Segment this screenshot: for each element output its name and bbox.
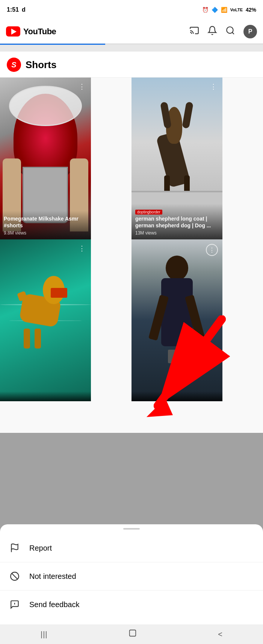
shorts-grid: ⋮ Pomegranate Milkshake Asmr #shorts 9.8… [0, 78, 263, 401]
status-time: 1:51 [7, 6, 19, 13]
battery-icon: 42% [246, 7, 256, 13]
recent-apps-btn[interactable]: ||| [41, 630, 48, 639]
sheet-divider-2 [0, 590, 263, 591]
youtube-wordmark: YouTube [23, 27, 56, 37]
sheet-item-send-feedback[interactable]: Send feedback [0, 592, 263, 617]
video-title-pomegranate: Pomegranate Milkshake Asmr #shorts [4, 215, 87, 229]
video-cell-shepherd[interactable]: ⋮ doptingborder german shepherd long coa… [132, 78, 222, 239]
shorts-header: S Shorts [0, 52, 263, 78]
video-more-menu-shepherd[interactable]: ⋮ [208, 81, 219, 92]
youtube-logo: YouTube [6, 26, 56, 37]
video-info-pomegranate: Pomegranate Milkshake Asmr #shorts 9.8M … [0, 211, 91, 239]
bottom-nav: ||| < [0, 624, 263, 644]
svg-line-2 [232, 32, 234, 34]
back-btn[interactable]: < [218, 630, 222, 639]
spacer [0, 45, 263, 52]
avatar[interactable]: P [243, 25, 257, 38]
bluetooth-icon: 🔷 [212, 7, 218, 13]
report-label: Report [29, 544, 52, 553]
home-btn[interactable] [128, 629, 137, 639]
shorts-logo-icon: S [7, 58, 21, 72]
status-indicator: d [22, 6, 26, 13]
svg-line-7 [12, 573, 17, 579]
bottom-sheet: Report Not interested Send feedback [0, 524, 263, 624]
top-nav: YouTube P [0, 20, 263, 44]
video-title-shepherd: german shepherd long coat | german sheph… [135, 215, 219, 229]
flag-icon [9, 542, 20, 554]
status-icons: ⏰ 🔷 📶 VoLTE 42% [202, 7, 256, 13]
video-cell-pomegranate[interactable]: ⋮ Pomegranate Milkshake Asmr #shorts 9.8… [0, 78, 91, 239]
svg-point-1 [227, 27, 233, 33]
not-interested-icon [9, 571, 20, 582]
search-icon[interactable] [225, 26, 235, 38]
cast-icon[interactable] [189, 26, 199, 38]
nav-icons: P [189, 25, 257, 38]
sheet-handle [123, 528, 140, 530]
video-views-pomegranate: 9.8M views [4, 230, 87, 236]
sheet-item-report[interactable]: Report [0, 536, 263, 560]
alarm-icon: ⏰ [202, 7, 209, 13]
youtube-icon [6, 26, 20, 37]
video-cell-swimming-dog[interactable]: ⋮ [0, 239, 91, 401]
not-interested-label: Not interested [29, 572, 76, 581]
video-cell-person[interactable]: ⋮ [132, 239, 222, 401]
video-info-swimming-dog [0, 391, 91, 401]
notification-icon[interactable] [207, 26, 217, 38]
feedback-icon [9, 599, 20, 610]
video-more-menu-swimming-dog[interactable]: ⋮ [77, 243, 87, 254]
video-views-shepherd: 13M views [135, 230, 219, 236]
wifi-icon: 📶 [221, 7, 227, 13]
send-feedback-label: Send feedback [29, 600, 79, 609]
loading-bar [0, 44, 263, 45]
video-more-menu-pomegranate[interactable]: ⋮ [77, 81, 87, 92]
video-info-shepherd: doptingborder german shepherd long coat … [132, 204, 222, 239]
video-info-person [132, 391, 222, 401]
play-triangle [11, 29, 17, 35]
status-bar: 1:51 d ⏰ 🔷 📶 VoLTE 42% [0, 0, 263, 20]
video-more-menu-person[interactable]: ⋮ [206, 244, 218, 256]
sheet-divider-1 [0, 562, 263, 562]
video-thumbnail-person [132, 239, 222, 401]
video-thumbnail-swimming-dog [0, 239, 91, 401]
sheet-item-not-interested[interactable]: Not interested [0, 564, 263, 589]
signal-icon: VoLTE [230, 8, 243, 12]
svg-rect-10 [130, 630, 136, 636]
shorts-title: Shorts [26, 59, 56, 71]
channel-badge-shepherd: doptingborder [135, 210, 162, 215]
